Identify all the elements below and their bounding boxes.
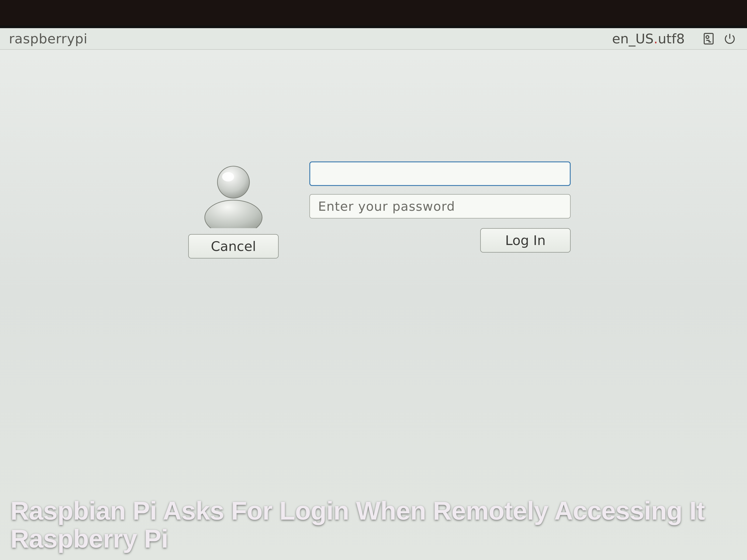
- power-button[interactable]: [721, 30, 738, 47]
- top-bar: raspberrypi en_US.utf8: [0, 28, 747, 50]
- svg-point-2: [205, 200, 262, 228]
- username-input[interactable]: [309, 161, 571, 186]
- power-icon: [723, 32, 736, 45]
- login-button[interactable]: Log In: [480, 228, 571, 252]
- locale-prefix: en_US: [612, 31, 654, 47]
- user-avatar-icon: [200, 161, 267, 228]
- locale-suffix: utf8: [658, 31, 685, 47]
- overlay-caption: Raspbian Pi Asks For Login When Remotely…: [0, 497, 747, 560]
- svg-point-1: [706, 36, 709, 38]
- user-avatar: [200, 161, 267, 228]
- svg-point-4: [222, 172, 234, 182]
- login-panel: Cancel Log In: [183, 161, 571, 259]
- hostname-label: raspberrypi: [9, 31, 87, 47]
- svg-point-3: [217, 166, 250, 198]
- login-screen: raspberrypi en_US.utf8: [0, 28, 747, 560]
- monitor-frame: raspberrypi en_US.utf8: [0, 26, 747, 560]
- locale-selector[interactable]: en_US.utf8: [612, 31, 685, 47]
- password-input[interactable]: [309, 194, 571, 218]
- accessibility-icon: [702, 32, 715, 45]
- accessibility-button[interactable]: [700, 30, 717, 47]
- cancel-button[interactable]: Cancel: [188, 234, 279, 259]
- locale-dot: .: [654, 31, 658, 47]
